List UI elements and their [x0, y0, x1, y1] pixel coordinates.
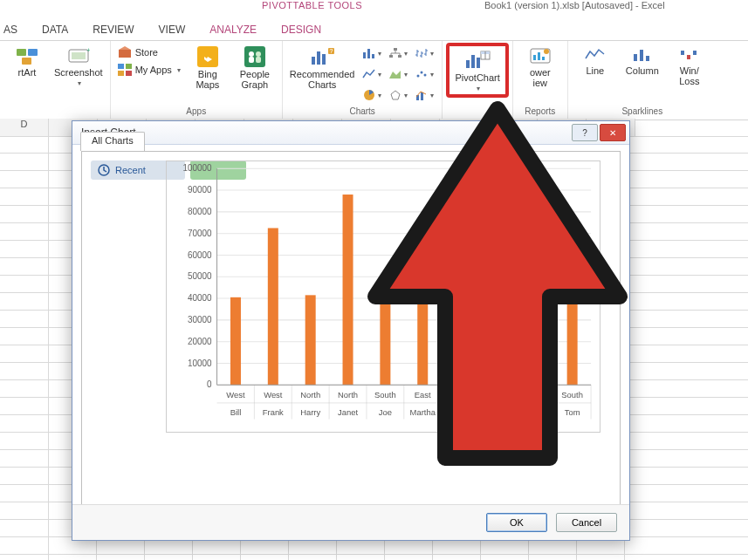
- svg-text:Tom: Tom: [565, 407, 580, 417]
- svg-rect-80: [343, 195, 353, 385]
- svg-rect-78: [268, 228, 278, 385]
- svg-rect-48: [634, 54, 637, 61]
- svg-text:North: North: [300, 390, 320, 400]
- svg-rect-85: [530, 217, 540, 385]
- dialog-close-button[interactable]: ✕: [600, 124, 626, 141]
- svg-text:North: North: [338, 390, 358, 400]
- svg-text:East: East: [526, 390, 543, 400]
- svg-rect-13: [244, 46, 265, 67]
- svg-rect-45: [538, 52, 540, 60]
- store-button[interactable]: Store: [118, 44, 181, 60]
- area-chart-icon: [388, 68, 402, 80]
- my-apps-icon: [118, 64, 132, 76]
- svg-text:Joe: Joe: [379, 407, 392, 417]
- screenshot-button[interactable]: + Screenshot: [54, 44, 103, 87]
- svg-point-14: [249, 51, 254, 57]
- svg-rect-53: [693, 51, 697, 55]
- svg-text:0: 0: [207, 379, 212, 389]
- recommended-charts-label: Recommended Charts: [290, 69, 355, 90]
- smartart-label: rtArt: [18, 67, 37, 78]
- tab-formulas-cut[interactable]: AS: [0, 18, 30, 40]
- ok-button[interactable]: OK: [486, 513, 547, 532]
- hierarchy-chart-icon: [388, 47, 402, 59]
- tab-view[interactable]: VIEW: [147, 18, 198, 40]
- stock-chart-dropdown[interactable]: [414, 44, 435, 62]
- sparkline-column-icon: [631, 46, 654, 64]
- recommended-charts-icon: ?: [309, 46, 335, 67]
- svg-text:Frank: Frank: [263, 407, 284, 417]
- pie-chart-icon: [362, 89, 376, 101]
- cancel-button[interactable]: Cancel: [556, 513, 617, 532]
- tab-data[interactable]: DATA: [30, 18, 80, 40]
- recent-label: Recent: [115, 165, 146, 175]
- bing-maps-button[interactable]: Bing Maps: [188, 44, 228, 90]
- sparkline-winloss-button[interactable]: Win/ Loss: [669, 44, 710, 86]
- pivotchart-button[interactable]: PivotChart: [455, 48, 499, 92]
- svg-rect-4: [72, 52, 86, 59]
- chart-preview: 0100002000030000400005000060000700008000…: [166, 160, 600, 433]
- group-label-apps: Apps: [186, 106, 206, 118]
- sparkline-line-button[interactable]: Line: [575, 44, 615, 76]
- my-apps-label: My Apps: [135, 65, 172, 75]
- tab-review[interactable]: REVIEW: [80, 18, 146, 40]
- ribbon-tabs: AS DATA REVIEW VIEW ANALYZE DESIGN: [0, 16, 748, 41]
- power-view-icon: [529, 46, 552, 65]
- svg-text:40000: 40000: [188, 293, 212, 303]
- sparkline-winloss-label: Win/ Loss: [679, 65, 699, 86]
- svg-point-30: [417, 75, 420, 78]
- svg-rect-18: [312, 57, 315, 65]
- dialog-help-button[interactable]: ?: [572, 124, 598, 141]
- smartart-button[interactable]: rtArt: [7, 44, 47, 78]
- svg-rect-44: [533, 55, 536, 60]
- svg-text:30000: 30000: [188, 315, 212, 324]
- svg-text:80000: 80000: [188, 207, 212, 216]
- svg-text:60000: 60000: [188, 249, 212, 259]
- area-chart-dropdown[interactable]: [388, 65, 408, 83]
- svg-rect-84: [492, 232, 503, 385]
- svg-text:90000: 90000: [188, 185, 212, 195]
- column-chart-dropdown[interactable]: [361, 44, 382, 62]
- radar-chart-dropdown[interactable]: [388, 86, 408, 104]
- svg-text:Mary: Mary: [451, 407, 470, 417]
- svg-rect-23: [363, 52, 366, 58]
- svg-rect-77: [230, 297, 241, 385]
- sparkline-column-button[interactable]: Column: [622, 44, 662, 76]
- tab-analyze[interactable]: ANALYZE: [197, 18, 269, 40]
- people-graph-button[interactable]: People Graph: [235, 44, 275, 90]
- svg-rect-27: [389, 55, 393, 58]
- svg-text:East: East: [490, 390, 506, 400]
- svg-rect-6: [119, 50, 131, 58]
- svg-rect-38: [471, 55, 475, 68]
- svg-point-16: [256, 51, 261, 57]
- svg-rect-28: [398, 55, 401, 58]
- svg-rect-50: [646, 56, 649, 61]
- screenshot-label: Screenshot: [54, 67, 103, 78]
- hierarchy-chart-dropdown[interactable]: [388, 44, 408, 62]
- sparkline-column-label: Column: [626, 65, 659, 76]
- chart-type-gallery: [361, 44, 435, 104]
- my-apps-button[interactable]: My Apps: [118, 62, 181, 78]
- svg-text:West: West: [450, 390, 470, 400]
- scatter-chart-dropdown[interactable]: [414, 65, 435, 83]
- group-label-sparklines: Sparklines: [621, 106, 662, 118]
- svg-rect-36: [421, 92, 423, 100]
- pie-chart-dropdown[interactable]: [361, 86, 382, 104]
- sparkline-winloss-icon: [678, 46, 701, 64]
- power-view-button[interactable]: ower iew: [520, 44, 560, 88]
- svg-rect-49: [640, 50, 643, 61]
- column-header[interactable]: D: [0, 119, 49, 136]
- sparkline-line-label: Line: [586, 65, 604, 76]
- combo-chart-dropdown[interactable]: [414, 86, 435, 104]
- tab-design[interactable]: DESIGN: [269, 18, 333, 40]
- dialog-tab-all-charts[interactable]: All Charts: [80, 132, 145, 151]
- line-chart-dropdown[interactable]: [361, 65, 382, 83]
- stock-chart-icon: [415, 47, 429, 59]
- recommended-charts-button[interactable]: ? Recommended Charts: [290, 44, 355, 90]
- svg-text:South: South: [561, 390, 583, 400]
- smartart-icon: [16, 46, 38, 65]
- radar-chart-icon: [388, 89, 402, 101]
- svg-marker-29: [389, 71, 401, 79]
- screenshot-icon: +: [67, 46, 90, 65]
- pivotchart-icon: [464, 50, 491, 71]
- people-graph-label: People Graph: [240, 69, 270, 90]
